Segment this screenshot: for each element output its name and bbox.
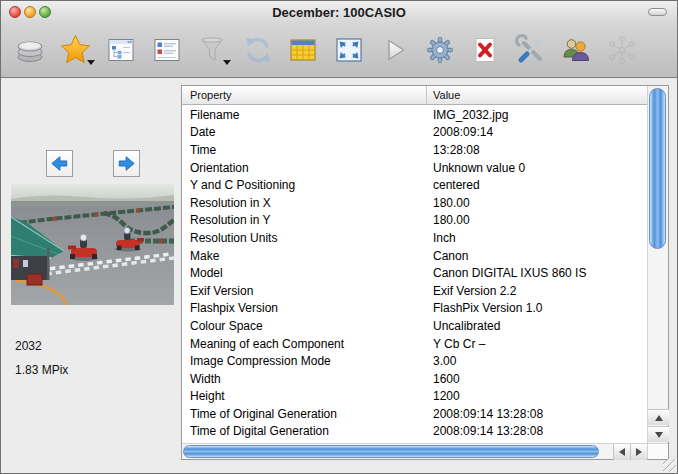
- refresh-icon: [241, 33, 275, 67]
- filter-dropdown-arrow-icon: [223, 60, 231, 65]
- value-cell: FlashPix Version 1.0: [427, 301, 647, 315]
- app-window: December: 100CASIO: [0, 0, 678, 474]
- zoom-button[interactable]: [39, 6, 51, 18]
- table-row[interactable]: Exif Version Exif Version 2.2: [182, 282, 647, 300]
- scroll-right-button[interactable]: [630, 444, 647, 460]
- toolbar: [1, 23, 677, 78]
- tree-view-button[interactable]: [101, 30, 141, 70]
- property-cell: Width: [182, 372, 427, 386]
- property-cell: Image Compression Mode: [182, 354, 427, 368]
- titlebar[interactable]: December: 100CASIO: [1, 1, 677, 23]
- horizontal-scrollbar[interactable]: [182, 443, 647, 459]
- network-button[interactable]: [602, 30, 642, 70]
- next-photo-button[interactable]: [113, 150, 140, 177]
- filter-button[interactable]: [192, 30, 232, 70]
- value-column-header[interactable]: Value: [427, 89, 647, 101]
- table-row[interactable]: Model Canon DIGITAL IXUS 860 IS: [182, 264, 647, 282]
- settings-gear-icon: [423, 33, 457, 67]
- horizontal-scrollbar-thumb[interactable]: [183, 445, 599, 458]
- table-row[interactable]: Resolution in X 180.00: [182, 194, 647, 212]
- vertical-scrollbar-thumb[interactable]: [649, 88, 666, 249]
- scroll-up-button[interactable]: [648, 409, 669, 425]
- table-row[interactable]: Time 13:28:08: [182, 141, 647, 159]
- table-row[interactable]: Meaning of each Component Y Cb Cr –: [182, 335, 647, 353]
- window-resize-grip[interactable]: [663, 459, 676, 472]
- favorites-dropdown-arrow-icon: [87, 60, 95, 65]
- table-row[interactable]: Height 1200: [182, 388, 647, 406]
- scroll-down-button[interactable]: [648, 426, 669, 442]
- table-row[interactable]: Date 2008:09:14: [182, 124, 647, 142]
- property-cell: Time of Digital Generation: [182, 424, 427, 438]
- vertical-scrollbar[interactable]: [647, 86, 668, 443]
- value-cell: 180.00: [427, 213, 647, 227]
- scroll-left-button[interactable]: [613, 444, 630, 460]
- value-cell: Y Cb Cr –: [427, 337, 647, 351]
- property-cell: Time of Original Generation: [182, 407, 427, 421]
- delete-icon: [468, 33, 502, 67]
- triangle-up-icon: [655, 415, 663, 421]
- table-row[interactable]: Make Canon: [182, 247, 647, 265]
- table-row[interactable]: Resolution Units Inch: [182, 229, 647, 247]
- property-cell: Meaning of each Component: [182, 337, 427, 351]
- property-cell: Filename: [182, 108, 427, 122]
- value-cell: Unknown value 0: [427, 161, 647, 175]
- table-row[interactable]: Y and C Positioning centered: [182, 176, 647, 194]
- tools-button[interactable]: [511, 30, 551, 70]
- property-cell: Model: [182, 266, 427, 280]
- value-cell: centered: [427, 178, 647, 192]
- property-column-header[interactable]: Property: [182, 86, 427, 104]
- tools-icon: [514, 33, 548, 67]
- tree-view-icon: [104, 33, 138, 67]
- value-cell: IMG_2032.jpg: [427, 108, 647, 122]
- scrollbar-corner: [647, 443, 668, 459]
- photo-thumbnail: [11, 184, 174, 305]
- database-button[interactable]: [10, 30, 50, 70]
- refresh-button[interactable]: [238, 30, 278, 70]
- value-cell: Inch: [427, 231, 647, 245]
- play-button[interactable]: [374, 30, 414, 70]
- value-cell: Exif Version 2.2: [427, 284, 647, 298]
- photo-id-label: 2032: [15, 339, 42, 353]
- previous-photo-button[interactable]: [46, 150, 73, 177]
- table-row[interactable]: Width 1600: [182, 370, 647, 388]
- property-cell: Date: [182, 125, 427, 139]
- table-row[interactable]: Orientation Unknown value 0: [182, 159, 647, 177]
- table-body: Filename IMG_2032.jpg Date 2008:09:14 Ti…: [182, 106, 647, 443]
- value-cell: Uncalibrated: [427, 319, 647, 333]
- photo-megapixels-label: 1.83 MPix: [15, 363, 68, 377]
- table-row[interactable]: Image Compression Mode 3.00: [182, 352, 647, 370]
- fullscreen-button[interactable]: [329, 30, 369, 70]
- property-cell: Resolution in X: [182, 196, 427, 210]
- settings-button[interactable]: [420, 30, 460, 70]
- property-cell: Resolution in Y: [182, 213, 427, 227]
- close-button[interactable]: [9, 6, 21, 18]
- value-cell: 3.00: [427, 354, 647, 368]
- table-row[interactable]: Resolution in Y 180.00: [182, 212, 647, 230]
- property-cell: Resolution Units: [182, 231, 427, 245]
- play-icon: [377, 33, 411, 67]
- minimize-button[interactable]: [24, 6, 36, 18]
- table-view-icon: [286, 33, 320, 67]
- triangle-right-icon: [636, 448, 642, 456]
- favorites-button[interactable]: [56, 30, 96, 70]
- table-row[interactable]: Flashpix Version FlashPix Version 1.0: [182, 300, 647, 318]
- toolbar-toggle-button[interactable]: [648, 8, 667, 16]
- value-cell: Canon DIGITAL IXUS 860 IS: [427, 266, 647, 280]
- property-cell: Make: [182, 249, 427, 263]
- detail-list-button[interactable]: [147, 30, 187, 70]
- users-icon: [559, 33, 593, 67]
- value-cell: 1200: [427, 389, 647, 403]
- property-cell: Flashpix Version: [182, 301, 427, 315]
- table-view-button[interactable]: [283, 30, 323, 70]
- exif-table: Property Value Filename IMG_2032.jpg Dat…: [181, 85, 669, 460]
- property-cell: Height: [182, 389, 427, 403]
- users-button[interactable]: [556, 30, 596, 70]
- network-icon: [605, 33, 639, 67]
- delete-button[interactable]: [465, 30, 505, 70]
- table-row[interactable]: Colour Space Uncalibrated: [182, 317, 647, 335]
- table-row[interactable]: Time of Original Generation 2008:09:14 1…: [182, 405, 647, 423]
- table-row[interactable]: Time of Digital Generation 2008:09:14 13…: [182, 423, 647, 441]
- table-row[interactable]: Filename IMG_2032.jpg: [182, 106, 647, 124]
- value-cell: 2008:09:14 13:28:08: [427, 407, 647, 421]
- table-header[interactable]: Property Value: [182, 86, 647, 105]
